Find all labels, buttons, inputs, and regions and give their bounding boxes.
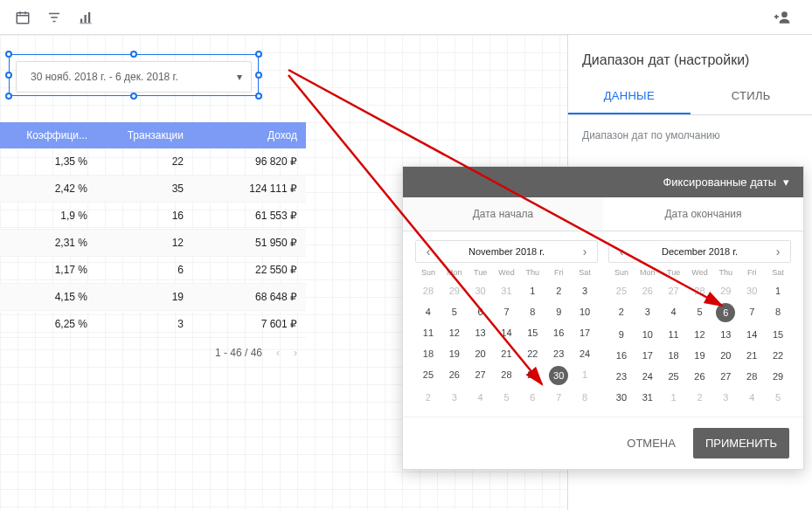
calendar-day[interactable]: 21 (739, 345, 765, 366)
calendar-day[interactable]: 11 (661, 324, 687, 345)
calendar-day[interactable]: 15 (519, 322, 545, 343)
calendar-day[interactable]: 31 (635, 387, 661, 408)
calendar-day-other[interactable]: 4 (468, 387, 494, 408)
table-row[interactable]: 2,31 %1251 950 ₽ (0, 230, 306, 257)
calendar-day-other[interactable]: 3 (712, 387, 739, 408)
cancel-button[interactable]: ОТМЕНА (616, 430, 686, 457)
calendar-day[interactable]: 27 (712, 366, 739, 387)
calendar-day[interactable]: 7 (494, 301, 520, 322)
calendar-day[interactable]: 22 (765, 345, 791, 366)
calendar-day-other[interactable]: 29 (441, 280, 468, 301)
calendar-day-other[interactable]: 5 (765, 387, 791, 408)
calendar-day[interactable]: 18 (661, 345, 687, 366)
calendar-day[interactable]: 1 (765, 280, 791, 301)
calendar-icon[interactable] (10, 5, 35, 30)
resize-handle[interactable] (5, 51, 12, 58)
calendar-day[interactable]: 5 (441, 301, 468, 322)
calendar-day[interactable]: 16 (608, 345, 635, 366)
resize-handle[interactable] (5, 93, 12, 100)
pager-next-icon[interactable]: › (294, 347, 297, 359)
th-trans[interactable]: Транзакции (96, 122, 192, 148)
calendar-day-other[interactable]: 30 (468, 280, 494, 301)
calendar-day[interactable]: 30 (608, 387, 635, 408)
calendar-day[interactable]: 3 (572, 280, 598, 301)
tab-end-date[interactable]: Дата окончания (603, 197, 803, 231)
resize-handle[interactable] (130, 93, 137, 100)
calendar-day-other[interactable]: 5 (494, 387, 520, 408)
prev-month-icon[interactable]: ‹ (614, 245, 628, 258)
metrics-icon[interactable] (73, 5, 98, 30)
calendar-day-other[interactable]: 2 (415, 387, 441, 408)
calendar-day[interactable]: 3 (635, 301, 661, 324)
calendar-day[interactable]: 6 (468, 301, 494, 322)
calendar-day[interactable]: 19 (687, 345, 713, 366)
calendar-day[interactable]: 22 (519, 343, 545, 364)
calendar-day[interactable]: 14 (739, 324, 765, 345)
calendar-day[interactable]: 8 (519, 301, 545, 322)
calendar-day[interactable]: 17 (572, 322, 598, 343)
tab-start-date[interactable]: Дата начала (403, 197, 603, 231)
next-month-icon[interactable]: › (771, 245, 785, 258)
calendar-day[interactable]: 25 (415, 364, 441, 387)
table-row[interactable]: 1,35 %2296 820 ₽ (0, 148, 306, 176)
calendar-day-selected[interactable]: 6 (716, 303, 735, 322)
calendar-day[interactable]: 26 (687, 366, 713, 387)
resize-handle[interactable] (255, 51, 262, 58)
resize-handle[interactable] (5, 72, 12, 79)
calendar-day[interactable]: 23 (545, 343, 572, 364)
table-row[interactable]: 1,9 %1661 553 ₽ (0, 203, 306, 230)
calendar-day[interactable]: 11 (415, 322, 441, 343)
calendar-day[interactable]: 14 (494, 322, 520, 343)
calendar-day-other[interactable]: 28 (415, 280, 441, 301)
calendar-day-other[interactable]: 7 (545, 387, 572, 408)
calendar-day[interactable]: 19 (441, 343, 468, 364)
filter-icon[interactable] (42, 5, 66, 30)
calendar-day[interactable]: 4 (415, 301, 441, 322)
table-row[interactable]: 2,42 %35124 111 ₽ (0, 176, 306, 203)
calendar-day[interactable]: 21 (494, 343, 520, 364)
calendar-day-other[interactable]: 6 (519, 387, 545, 408)
calendar-day[interactable]: 25 (661, 366, 687, 387)
next-month-icon[interactable]: › (578, 245, 592, 258)
calendar-day[interactable]: 15 (765, 324, 791, 345)
calendar-day-other[interactable]: 30 (739, 280, 765, 301)
calendar-day[interactable]: 2 (608, 301, 635, 324)
calendar-day[interactable]: 1 (519, 280, 545, 301)
apply-button[interactable]: ПРИМЕНИТЬ (693, 428, 789, 458)
th-income[interactable]: Доход (192, 122, 306, 148)
calendar-day[interactable]: 5 (687, 301, 713, 324)
calendar-day[interactable]: 4 (661, 301, 687, 324)
calendar-day-other[interactable]: 28 (687, 280, 713, 301)
calendar-day[interactable]: 13 (712, 324, 739, 345)
calendar-day-other[interactable]: 8 (572, 387, 598, 408)
calendar-day[interactable]: 28 (739, 366, 765, 387)
prev-month-icon[interactable]: ‹ (421, 245, 435, 258)
calendar-day[interactable]: 9 (608, 324, 635, 345)
calendar-day[interactable]: 28 (494, 364, 520, 387)
calendar-day[interactable]: 10 (635, 324, 661, 345)
calendar-day-other[interactable]: 1 (572, 364, 598, 387)
table-row[interactable]: 6,25 %37 601 ₽ (0, 311, 306, 338)
calendar-day[interactable]: 9 (545, 301, 572, 322)
calendar-day-selected[interactable]: 30 (549, 366, 568, 385)
calendar-day[interactable]: 20 (468, 343, 494, 364)
th-coef[interactable]: Коэффици... (0, 122, 96, 148)
calendar-day[interactable]: 24 (572, 343, 598, 364)
calendar-day[interactable]: 12 (441, 322, 468, 343)
calendar-day-other[interactable]: 27 (661, 280, 687, 301)
table-row[interactable]: 1,17 %622 550 ₽ (0, 257, 306, 284)
date-range-widget[interactable]: 30 нояб. 2018 г. - 6 дек. 2018 г. ▾ (16, 61, 252, 93)
calendar-day-other[interactable]: 4 (739, 387, 765, 408)
calendar-day[interactable]: 13 (468, 322, 494, 343)
calendar-day[interactable]: 29 (765, 366, 791, 387)
resize-handle[interactable] (255, 72, 262, 79)
pager-prev-icon[interactable]: ‹ (276, 347, 280, 359)
calendar-day[interactable]: 18 (415, 343, 441, 364)
calendar-day[interactable]: 17 (635, 345, 661, 366)
calendar-day[interactable]: 7 (739, 301, 765, 324)
calendar-day[interactable]: 2 (545, 280, 572, 301)
calendar-day-other[interactable]: 1 (661, 387, 687, 408)
calendar-day-other[interactable]: 29 (712, 280, 739, 301)
calendar-day[interactable]: 23 (608, 366, 635, 387)
calendar-day[interactable]: 24 (635, 366, 661, 387)
